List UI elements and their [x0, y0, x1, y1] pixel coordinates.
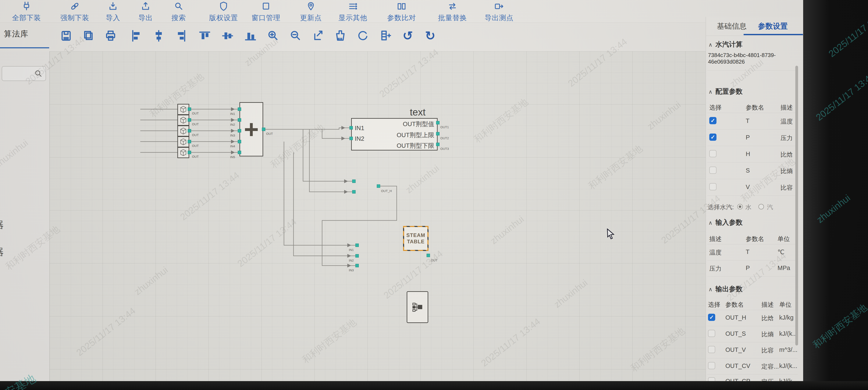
sidebar-search-input[interactable]: [2, 66, 46, 81]
cell-param-unit: kJ/(k...: [779, 362, 797, 369]
steam-table-block[interactable]: STEAM TABLE: [403, 226, 429, 251]
align-left-icon[interactable]: [129, 29, 144, 44]
cell-param-unit: kJ/kg: [779, 314, 794, 321]
checkbox-config-V[interactable]: [709, 183, 716, 190]
input-port[interactable]: [355, 254, 359, 258]
collapse-icon[interactable]: ∧: [708, 286, 712, 293]
panel-scrollbar[interactable]: [795, 66, 798, 346]
tab-basic-info[interactable]: 基础信息: [717, 21, 747, 31]
align-center-icon[interactable]: [151, 29, 166, 44]
section-config-params[interactable]: ∧配置参数: [708, 87, 743, 96]
input-port[interactable]: [238, 129, 241, 132]
output-port[interactable]: [377, 184, 380, 188]
refresh-icon[interactable]: [355, 29, 370, 44]
undo-icon[interactable]: ↺: [400, 29, 415, 44]
output-port[interactable]: [436, 121, 439, 124]
zoom-out-icon[interactable]: [288, 29, 303, 44]
col-header: 描述: [762, 301, 774, 309]
toolbar-item-show-other[interactable]: 显示其他: [333, 1, 373, 23]
input-label: IN1: [355, 125, 364, 131]
redo-icon[interactable]: ↻: [423, 29, 438, 44]
toolbar-item-copyright[interactable]: 版权设置: [204, 1, 244, 23]
function-block[interactable]: [407, 291, 428, 323]
output-port[interactable]: [188, 140, 191, 143]
clean-icon[interactable]: [333, 29, 348, 44]
checkbox-out-h[interactable]: [708, 314, 715, 321]
input-port[interactable]: [349, 137, 353, 140]
source-block[interactable]: [177, 115, 189, 126]
window-icon: [260, 1, 272, 12]
divider: [707, 342, 798, 342]
checkbox-config-T[interactable]: [709, 117, 716, 124]
wire-arrow-icon: [341, 137, 345, 140]
output-port[interactable]: [188, 118, 191, 122]
export-view-icon[interactable]: [310, 29, 326, 44]
diagram-canvas[interactable]: OUT OUT OUT OUT OUT + IN1 IN2 IN3 IN4 IN…: [50, 51, 706, 381]
radio-steam[interactable]: [758, 204, 764, 209]
section-output-params[interactable]: ∧输出参数: [708, 284, 743, 294]
source-block[interactable]: [177, 125, 189, 137]
save-icon[interactable]: [59, 29, 74, 44]
block-title[interactable]: text: [410, 107, 426, 118]
sum-block[interactable]: +: [240, 102, 263, 156]
tab-parameter-settings[interactable]: 参数设置: [758, 21, 788, 31]
search-icon: [173, 1, 184, 12]
sidebar-partial-item[interactable]: 器: [0, 246, 4, 259]
source-block[interactable]: [177, 136, 189, 147]
input-port[interactable]: [355, 264, 359, 267]
input-port[interactable]: [238, 118, 241, 122]
toolbar-item-export-points[interactable]: 导出测点: [479, 1, 519, 23]
input-port[interactable]: [238, 151, 241, 154]
align-top-icon[interactable]: [197, 29, 212, 44]
checkbox-out-s[interactable]: [708, 330, 715, 337]
tab-algorithm-library[interactable]: 算法库: [4, 29, 29, 39]
collapse-icon[interactable]: ∧: [708, 89, 712, 95]
input-port[interactable]: [352, 180, 355, 183]
toolbar-item-download-all[interactable]: 全部下装: [6, 1, 46, 23]
output-port[interactable]: [188, 151, 191, 154]
divider: [707, 244, 798, 244]
checkbox-out-cv[interactable]: [708, 362, 715, 369]
collapse-icon[interactable]: ∧: [708, 219, 712, 226]
toolbar-item-batch-replace[interactable]: 批量替换: [432, 1, 472, 23]
toolbar-item-update-point[interactable]: 更新点: [291, 1, 331, 23]
output-port[interactable]: [188, 108, 191, 111]
toolbar-item-window-manage[interactable]: 窗口管理: [246, 1, 286, 23]
copy-icon[interactable]: [81, 29, 96, 44]
input-label: IN2: [355, 135, 364, 142]
print-icon[interactable]: [103, 29, 118, 44]
collapse-icon[interactable]: ∧: [708, 41, 712, 48]
source-block[interactable]: [177, 147, 189, 158]
align-middle-icon[interactable]: [220, 29, 235, 44]
section-steam-calc[interactable]: ∧水汽计算: [708, 40, 743, 49]
output-port[interactable]: [436, 143, 439, 146]
input-port[interactable]: [352, 190, 355, 193]
toolbar-item-compare[interactable]: 参数比对: [381, 1, 422, 23]
align-bottom-icon[interactable]: [243, 29, 258, 44]
radio-water[interactable]: [737, 204, 743, 209]
input-port[interactable]: [238, 108, 241, 111]
checkbox-config-P[interactable]: [709, 133, 716, 141]
output-port[interactable]: [262, 128, 265, 131]
output-port[interactable]: [436, 132, 439, 136]
sidebar-partial-item[interactable]: 器: [0, 219, 4, 231]
checkbox-out-v[interactable]: [708, 346, 715, 353]
zoom-in-icon[interactable]: [265, 29, 281, 44]
section-input-params[interactable]: ∧输入参数: [708, 218, 743, 227]
input-port[interactable]: [355, 243, 359, 247]
checkbox-config-S[interactable]: [709, 167, 716, 174]
add-block-icon[interactable]: [378, 29, 393, 44]
output-port[interactable]: [427, 254, 430, 257]
wire-arrow-icon: [341, 126, 345, 130]
toolbar-item-force-download[interactable]: 强制下装: [55, 1, 95, 23]
align-right-icon[interactable]: [173, 29, 189, 44]
checkbox-config-H[interactable]: [709, 150, 716, 157]
output-port[interactable]: [188, 129, 191, 132]
port-label: OUT2: [440, 136, 449, 140]
input-port[interactable]: [238, 140, 241, 143]
divider: [707, 310, 798, 310]
input-port[interactable]: [349, 126, 353, 129]
toolbar-item-search[interactable]: 搜索: [158, 1, 199, 23]
cell-param-name: T: [746, 248, 749, 256]
source-block[interactable]: [177, 104, 189, 115]
